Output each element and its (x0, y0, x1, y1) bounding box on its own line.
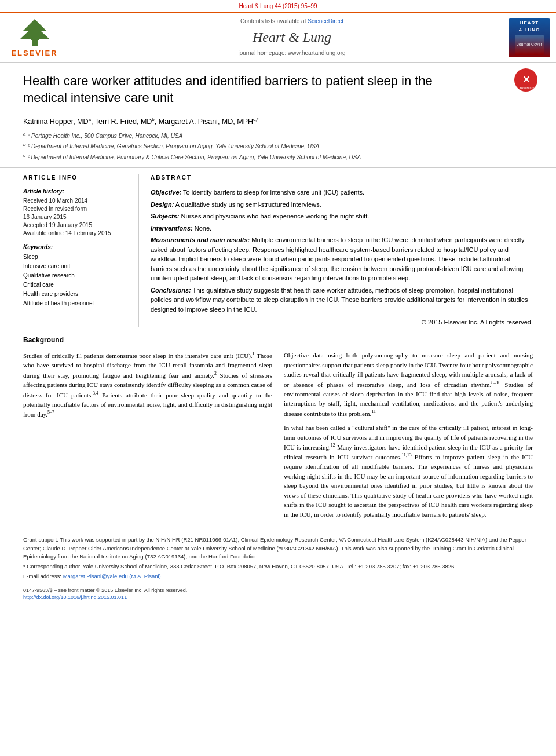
received-date: Received 10 March 2014 (23, 197, 129, 205)
body-two-col: Studies of critically ill patients demon… (23, 350, 533, 524)
interventions-text: None. (195, 225, 211, 232)
background-heading: Background (23, 335, 533, 345)
keyword-attitude: Attitude of health personnel (23, 299, 129, 308)
keyword-icu: Intensive care unit (23, 262, 129, 271)
abstract-copyright: © 2015 Elsevier Inc. All rights reserved… (151, 317, 533, 327)
journal-ref: Heart & Lung 44 (2015) 95–99 (239, 3, 317, 9)
email-footnote: E-mail address: Margaret.Pisani@yale.edu… (23, 572, 533, 580)
background-para3: In what has been called a "cultural shif… (284, 423, 533, 519)
abstract-panel: ABSTRACT Objective: To identify barriers… (151, 174, 533, 327)
affil-c: c ᶜ Department of Internal Medicine, Pul… (23, 152, 533, 162)
body-right-col: Objective data using both polysomnograph… (284, 350, 533, 524)
elsevier-wordmark: ELSEVIER (11, 48, 57, 59)
affil-a: a ᵃ Portage Health Inc., 500 Campus Driv… (23, 131, 533, 140)
abstract-heading: ABSTRACT (151, 174, 533, 184)
corresponding-footnote: * Corresponding author. Yale University … (23, 563, 533, 571)
conclusions-text: This qualitative study suggests that hea… (151, 287, 528, 313)
interventions-label: Interventions: (151, 225, 193, 232)
affil-b: b ᵇ Department of Internal Medicine, Ger… (23, 141, 533, 151)
keyword-critical: Critical care (23, 280, 129, 290)
body-left-col: Studies of critically ill patients demon… (23, 350, 272, 524)
subjects-label: Subjects: (151, 213, 180, 220)
elsevier-tree-svg (14, 18, 55, 47)
available-date: Available online 14 February 2015 (23, 229, 129, 238)
issn-text: 0147-9563/$ – see front matter © 2015 El… (23, 587, 187, 601)
keyword-qualitative: Qualitative research (23, 271, 129, 280)
elsevier-logo: ELSEVIER (6, 16, 70, 59)
article-title-section: Health care worker attitudes and identif… (0, 63, 556, 162)
elsevier-tree-graphic (12, 16, 58, 48)
svg-text:CrossMark: CrossMark (517, 86, 535, 90)
design-label: Design: (151, 201, 174, 208)
sciencedirect-line: Contents lists available at ScienceDirec… (75, 17, 509, 25)
journal-center-header: Contents lists available at ScienceDirec… (75, 17, 509, 58)
abstract-text: Objective: To identify barriers to sleep… (151, 188, 533, 327)
affiliations: a ᵃ Portage Health Inc., 500 Campus Driv… (23, 131, 533, 162)
footer-section: 0147-9563/$ – see front matter © 2015 El… (0, 583, 556, 606)
accepted-date: Accepted 19 January 2015 (23, 221, 129, 229)
journal-header: ELSEVIER Contents lists available at Sci… (0, 12, 556, 63)
heart-lung-cover-image: HEART& LUNG Journal Cover (509, 18, 550, 57)
footnotes-section: Grant support: This work was supported i… (23, 532, 533, 580)
journal-title: Heart & Lung (75, 28, 509, 48)
background-para1: Studies of critically ill patients demon… (23, 350, 272, 419)
keywords-list: Sleep Intensive care unit Qualitative re… (23, 253, 129, 308)
crossmark-icon: ✕ CrossMark (513, 67, 539, 93)
crossmark-badge[interactable]: ✕ CrossMark (513, 67, 539, 96)
doi-link[interactable]: http://dx.doi.org/10.1016/j.hrtlng.2015.… (23, 594, 187, 601)
measurements-label: Measurements and main results: (151, 236, 250, 243)
svg-text:✕: ✕ (522, 75, 530, 85)
objective-label: Objective: (151, 189, 181, 196)
keywords-label: Keywords: (23, 243, 129, 251)
svg-rect-0 (32, 40, 38, 46)
article-info-abstract-section: ARTICLE INFO Article history: Received 1… (0, 167, 556, 327)
article-title: Health care worker attitudes and identif… (23, 73, 440, 106)
sciencedirect-link[interactable]: ScienceDirect (308, 18, 343, 24)
background-para2: Objective data using both polysomnograph… (284, 350, 533, 418)
grant-footnote: Grant support: This work was supported i… (23, 536, 533, 561)
subjects-text: Nurses and physicians who had experience… (181, 213, 370, 220)
journal-top-bar: Heart & Lung 44 (2015) 95–99 (0, 0, 556, 12)
journal-homepage: journal homepage: www.heartandlung.org (75, 49, 509, 57)
svg-marker-1 (20, 19, 49, 40)
email-value: Margaret.Pisani@yale.edu (M.A. Pisani). (63, 573, 163, 579)
body-section: Background Studies of critically ill pat… (0, 327, 556, 524)
email-label: E-mail address: (23, 573, 61, 579)
history-label: Article history: (23, 188, 129, 196)
article-info-heading: ARTICLE INFO (23, 174, 129, 184)
design-text: A qualitative study using semi-structure… (175, 201, 321, 208)
conclusions-label: Conclusions: (151, 287, 191, 294)
objective-text: To identify barriers to sleep for intens… (183, 189, 364, 196)
keyword-providers: Health care providers (23, 290, 129, 299)
revised-date: 16 January 2015 (23, 213, 129, 221)
article-info-panel: ARTICLE INFO Article history: Received 1… (23, 174, 139, 327)
keyword-sleep: Sleep (23, 253, 129, 262)
revised-label: Received in revised form (23, 205, 129, 213)
authors-line: Katriina Hopper, MDa, Terri R. Fried, MD… (23, 116, 533, 127)
